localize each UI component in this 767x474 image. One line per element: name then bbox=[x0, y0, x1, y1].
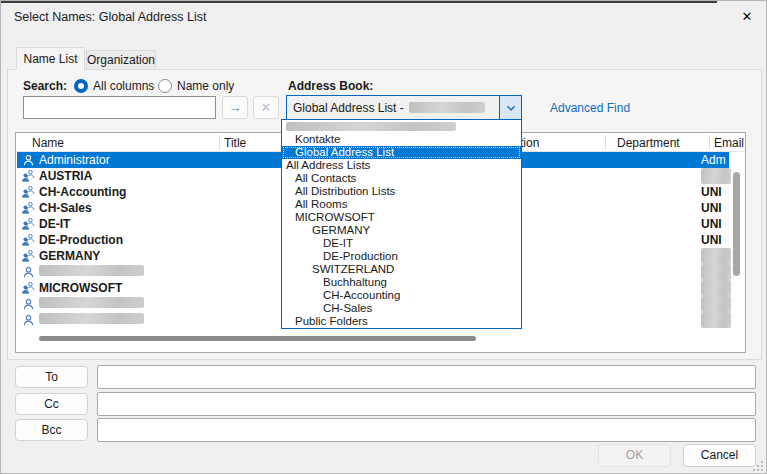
address-book-option[interactable] bbox=[282, 120, 521, 133]
redacted-text bbox=[39, 265, 144, 276]
recipient-name bbox=[39, 297, 144, 311]
column-header: Email Address bbox=[714, 136, 745, 150]
cc-field[interactable] bbox=[97, 392, 756, 416]
clear-icon: ✕ bbox=[261, 100, 272, 115]
radio-all-columns[interactable]: All columns bbox=[74, 78, 154, 94]
column-divider bbox=[605, 135, 606, 150]
person-icon bbox=[22, 298, 35, 311]
radio-unselected-icon bbox=[158, 79, 172, 93]
redacted-text bbox=[39, 297, 144, 308]
group-icon bbox=[22, 250, 35, 263]
search-input[interactable] bbox=[23, 96, 216, 119]
bcc-field[interactable] bbox=[97, 418, 756, 442]
tab-name-list[interactable]: Name List bbox=[16, 47, 85, 70]
address-book-option[interactable]: All Distribution Lists bbox=[282, 185, 521, 198]
to-field[interactable] bbox=[97, 365, 756, 389]
redacted-text bbox=[701, 312, 731, 328]
radio-selected-icon bbox=[74, 79, 88, 93]
column-header: Name bbox=[32, 136, 64, 150]
horizontal-scrollbar-thumb[interactable] bbox=[39, 336, 476, 341]
address-book-option[interactable]: MICROWSOFT bbox=[282, 211, 521, 224]
group-icon bbox=[22, 186, 35, 199]
redacted-text bbox=[286, 122, 456, 131]
arrow-right-icon: → bbox=[229, 100, 242, 115]
advanced-find-link[interactable]: Advanced Find bbox=[550, 101, 630, 115]
address-book-option[interactable]: CH-Sales bbox=[282, 302, 521, 315]
search-go-button[interactable]: → bbox=[222, 96, 248, 119]
dialog-title: Select Names: Global Address List bbox=[14, 10, 206, 24]
address-book-option[interactable]: Kontakte bbox=[282, 133, 521, 146]
address-book-option[interactable]: All Rooms bbox=[282, 198, 521, 211]
column-divider bbox=[219, 135, 220, 150]
column-divider bbox=[709, 135, 710, 150]
bcc-button[interactable]: Bcc bbox=[15, 419, 88, 441]
address-book-value: Global Address List - bbox=[287, 101, 404, 115]
recipient-email bbox=[701, 312, 731, 328]
recipient-email: UNI bbox=[701, 232, 731, 248]
address-book-option[interactable]: Buchhaltung bbox=[282, 276, 521, 289]
chevron-down-icon[interactable] bbox=[499, 96, 521, 119]
recipient-name: Administrator bbox=[39, 153, 110, 167]
address-book-option[interactable]: All Contacts bbox=[282, 172, 521, 185]
group-icon bbox=[22, 202, 35, 215]
group-icon bbox=[22, 282, 35, 295]
redacted-text bbox=[39, 313, 144, 324]
redacted-text bbox=[701, 248, 731, 264]
address-book-option[interactable]: Global Address List bbox=[282, 146, 521, 159]
group-icon bbox=[22, 170, 35, 183]
ok-button[interactable]: OK bbox=[598, 444, 671, 467]
redacted-text bbox=[701, 296, 731, 312]
recipient-name: MICROWSOFT bbox=[39, 281, 122, 295]
group-icon bbox=[22, 234, 35, 247]
recipient-email bbox=[701, 248, 731, 264]
select-names-dialog: Select Names: Global Address List ✕ Name… bbox=[0, 0, 767, 474]
recipient-email bbox=[701, 264, 731, 280]
recipient-email: UNI bbox=[701, 184, 731, 200]
recipient-name: CH-Sales bbox=[39, 201, 92, 215]
cc-button[interactable]: Cc bbox=[15, 393, 88, 415]
cancel-button[interactable]: Cancel bbox=[683, 444, 756, 467]
to-button[interactable]: To bbox=[15, 366, 88, 388]
tab-organization[interactable]: Organization bbox=[86, 50, 156, 70]
recipient-name: GERMANY bbox=[39, 249, 100, 263]
search-label: Search: bbox=[23, 79, 67, 93]
recipient-name bbox=[39, 265, 144, 279]
address-book-option[interactable]: All Address Lists bbox=[282, 159, 521, 172]
redacted-text bbox=[409, 102, 485, 113]
recipient-name: DE-IT bbox=[39, 217, 70, 231]
radio-label: All columns bbox=[93, 79, 154, 93]
close-icon: ✕ bbox=[742, 9, 753, 24]
person-icon bbox=[22, 266, 35, 279]
resize-grip[interactable] bbox=[751, 458, 765, 472]
address-book-select[interactable]: Global Address List - bbox=[286, 95, 522, 120]
redacted-text bbox=[701, 280, 731, 296]
address-book-option[interactable]: CH-Accounting bbox=[282, 289, 521, 302]
vertical-scrollbar-thumb[interactable] bbox=[733, 172, 740, 276]
recipient-name: AUSTRIA bbox=[39, 169, 92, 183]
screen-edge-artifact bbox=[1, 1, 717, 3]
recipient-email: UNI bbox=[701, 200, 731, 216]
address-book-option[interactable]: DE-Production bbox=[282, 250, 521, 263]
redacted-text bbox=[701, 264, 731, 280]
recipient-name: DE-Production bbox=[39, 233, 123, 247]
recipient-email bbox=[701, 296, 731, 312]
address-book-option[interactable]: DE-IT bbox=[282, 237, 521, 250]
address-book-option[interactable]: Public Folders bbox=[282, 315, 521, 328]
redacted-text bbox=[701, 168, 731, 184]
column-header: Title bbox=[224, 136, 246, 150]
group-icon bbox=[22, 218, 35, 231]
recipient-name: CH-Accounting bbox=[39, 185, 126, 199]
person-icon bbox=[22, 314, 35, 327]
address-book-label: Address Book: bbox=[288, 79, 373, 93]
recipient-email: UNI bbox=[701, 216, 731, 232]
column-header: Department bbox=[617, 136, 680, 150]
person-icon bbox=[22, 154, 35, 167]
address-book-option[interactable]: GERMANY bbox=[282, 224, 521, 237]
recipient-email bbox=[701, 168, 731, 184]
recipient-email: Adm bbox=[701, 152, 731, 168]
close-button[interactable]: ✕ bbox=[730, 3, 764, 31]
address-book-option[interactable]: SWITZERLAND bbox=[282, 263, 521, 276]
search-clear-button[interactable]: ✕ bbox=[253, 96, 279, 119]
recipient-email bbox=[701, 280, 731, 296]
radio-name-only[interactable]: Name only bbox=[158, 78, 234, 94]
